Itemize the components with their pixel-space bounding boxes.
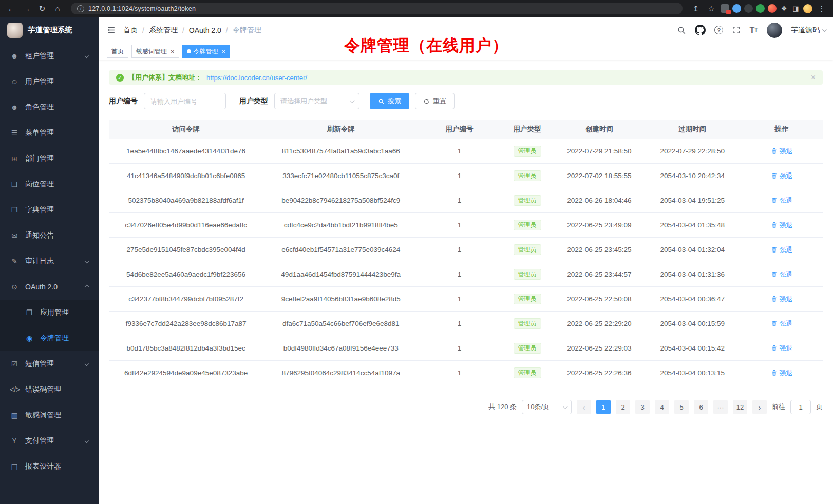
action-cell: 强退: [741, 312, 823, 336]
page-size-select[interactable]: 10条/页: [522, 400, 572, 414]
sidebar-item-error-code[interactable]: </>错误码管理: [0, 377, 99, 402]
tab-label: 敏感词管理: [136, 47, 167, 56]
reload-icon[interactable]: ↻: [36, 3, 48, 15]
force-logout-button[interactable]: 强退: [771, 295, 793, 304]
extension-icon-5[interactable]: [768, 4, 777, 13]
sidebar-item-pay[interactable]: ¥支付管理: [0, 428, 99, 454]
bookmark-star-icon[interactable]: ☆: [705, 3, 717, 15]
sidebar-item-role[interactable]: ☻角色管理: [0, 94, 99, 120]
sidebar-item-report[interactable]: ▤报表设计器: [0, 454, 99, 479]
alert-close-icon[interactable]: ×: [811, 73, 816, 82]
app-logo: [7, 23, 23, 38]
sidebar-item-notice[interactable]: ✉通知公告: [0, 223, 99, 248]
force-logout-button[interactable]: 强退: [771, 245, 793, 255]
doc-link[interactable]: https://doc.iocoder.cn/user-center/: [206, 74, 307, 82]
search-form: 用户编号 用户类型 请选择用户类型 搜索 重置: [109, 93, 823, 109]
users-icon: ☻: [10, 52, 19, 60]
sidebar-item-sms[interactable]: ☑短信管理: [0, 351, 99, 377]
page-button-4[interactable]: 4: [655, 400, 669, 414]
side-panel-icon[interactable]: ◨: [791, 4, 800, 13]
site-info-icon[interactable]: i: [77, 5, 84, 12]
force-logout-button[interactable]: 强退: [771, 369, 793, 378]
force-logout-button[interactable]: 强退: [771, 344, 793, 353]
sidebar-item-tenant[interactable]: ☻租户管理: [0, 43, 99, 69]
user-id-cell: 1: [419, 238, 500, 262]
create-time-cell: 2022-06-25 23:49:09: [554, 213, 644, 237]
browser-profile-avatar[interactable]: [803, 4, 812, 13]
force-logout-button[interactable]: 强退: [771, 221, 793, 230]
table-row: 275e5de9151045fe87cbdc395e004f4de6cfd40e…: [109, 238, 823, 262]
sidebar-item-label: 菜单管理: [25, 128, 54, 138]
sidebar-item-oauth2[interactable]: ⊙OAuth 2.0: [0, 274, 99, 300]
goto-page-input[interactable]: [790, 400, 811, 414]
next-page-button[interactable]: ›: [752, 400, 767, 414]
extension-icon-1[interactable]: [721, 4, 729, 13]
user-type-cell: 管理员: [500, 238, 555, 262]
force-logout-button[interactable]: 强退: [771, 319, 793, 328]
fullscreen-icon[interactable]: [732, 26, 741, 34]
app-logo-row[interactable]: 芋道管理系统: [0, 17, 99, 43]
user-id-input[interactable]: [144, 93, 226, 109]
force-logout-button[interactable]: 强退: [771, 270, 793, 279]
sidebar-item-user[interactable]: ☺用户管理: [0, 69, 99, 94]
user-avatar[interactable]: [767, 23, 782, 38]
prev-page-button[interactable]: ‹: [577, 400, 591, 414]
refresh-token-cell: b0df4980ffd34c67a08f9156e4eee733: [263, 336, 419, 360]
help-icon[interactable]: ?: [714, 26, 723, 34]
sidebar-item-sensitive-word[interactable]: ▥敏感词管理: [0, 402, 99, 428]
pager-more-button[interactable]: ···: [713, 400, 728, 414]
page-button-1[interactable]: 1: [596, 400, 611, 414]
sidebar-item-menu[interactable]: ☰菜单管理: [0, 120, 99, 146]
tab-home[interactable]: 首页: [107, 45, 128, 58]
page-button-2[interactable]: 2: [616, 400, 630, 414]
extension-icon-4[interactable]: [756, 4, 765, 13]
extensions-puzzle-icon[interactable]: ❖: [780, 4, 788, 13]
breadcrumb-system[interactable]: 系统管理: [149, 26, 178, 35]
force-logout-button[interactable]: 强退: [771, 171, 793, 181]
tab-label: 首页: [111, 47, 124, 56]
user-type-select[interactable]: 请选择用户类型: [274, 93, 359, 109]
user-type-cell: 管理员: [500, 312, 555, 336]
hamburger-icon[interactable]: [106, 25, 116, 35]
page-button-3[interactable]: 3: [635, 400, 650, 414]
tab-token[interactable]: 令牌管理×: [182, 45, 231, 58]
page-button-5[interactable]: 5: [674, 400, 689, 414]
close-icon[interactable]: ×: [221, 48, 226, 55]
force-logout-label: 强退: [780, 344, 793, 353]
search-icon[interactable]: [677, 26, 686, 35]
create-time-cell: 2022-06-25 22:26:36: [554, 361, 644, 385]
home-icon[interactable]: ⌂: [51, 3, 64, 15]
sidebar-item-audit-log[interactable]: ✎审计日志: [0, 248, 99, 274]
font-size-icon[interactable]: TT: [749, 26, 758, 34]
sidebar-item-dict[interactable]: ❒字典管理: [0, 197, 99, 223]
sidebar-item-post[interactable]: ❏岗位管理: [0, 171, 99, 197]
sidebar-item-oauth2-app[interactable]: ❐应用管理: [0, 300, 99, 325]
page-button-12[interactable]: 12: [733, 400, 747, 414]
force-logout-button[interactable]: 强退: [771, 196, 793, 205]
user-type-cell: 管理员: [500, 336, 555, 360]
table-row: c342377bf8b344799dcbf7bf095287f29ce8ef2a…: [109, 287, 823, 312]
share-icon[interactable]: ↥: [690, 3, 702, 15]
browser-menu-icon[interactable]: ⋮: [816, 3, 828, 15]
github-icon[interactable]: [695, 25, 706, 35]
app-icon: ❐: [25, 308, 34, 317]
extension-icon-3[interactable]: [744, 4, 753, 13]
action-cell: 强退: [741, 336, 823, 360]
sidebar-item-label: 敏感词管理: [25, 411, 61, 420]
back-icon[interactable]: ←: [5, 3, 17, 15]
force-logout-button[interactable]: 强退: [771, 147, 793, 156]
breadcrumb-home[interactable]: 首页: [123, 26, 138, 35]
address-bar[interactable]: i 127.0.0.1:1024/system/oauth2/token: [71, 3, 683, 14]
forward-icon[interactable]: →: [21, 3, 33, 15]
sidebar-item-oauth2-token[interactable]: ◉令牌管理: [0, 325, 99, 351]
user-menu[interactable]: 芋道源码: [791, 26, 825, 35]
sidebar-item-dept[interactable]: ⊞部门管理: [0, 146, 99, 171]
extension-icon-2[interactable]: [732, 4, 741, 13]
breadcrumb-oauth[interactable]: OAuth 2.0: [189, 26, 221, 34]
user-type-tag: 管理员: [514, 343, 541, 353]
page-button-6[interactable]: 6: [694, 400, 708, 414]
search-button[interactable]: 搜索: [370, 93, 409, 109]
close-icon[interactable]: ×: [169, 48, 175, 55]
tab-sensitive-word[interactable]: 敏感词管理×: [131, 45, 179, 58]
reset-button[interactable]: 重置: [415, 93, 455, 109]
